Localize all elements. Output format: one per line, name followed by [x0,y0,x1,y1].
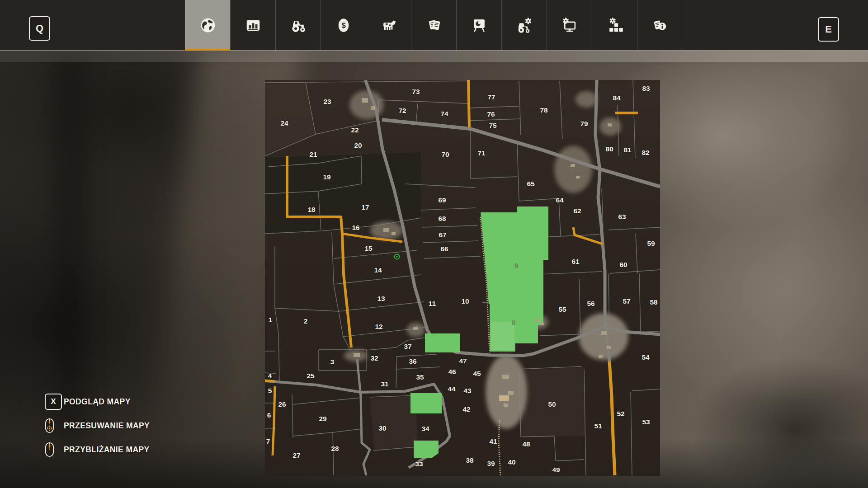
field-label-72[interactable]: 72 [398,107,406,114]
field-label-47[interactable]: 47 [459,357,467,365]
field-label-34[interactable]: 34 [421,425,429,432]
owned-field[interactable] [481,206,548,304]
field-label-81[interactable]: 81 [623,146,632,154]
field-label-3[interactable]: 3 [330,358,335,366]
field-label-23[interactable]: 23 [323,98,331,105]
field-label-25[interactable]: 25 [307,372,315,380]
field-label-69[interactable]: 69 [438,196,446,204]
field-label-29[interactable]: 29 [319,415,327,422]
field-label-44[interactable]: 44 [448,385,456,393]
field-label-59[interactable]: 59 [647,239,655,247]
field-label-55[interactable]: 55 [558,305,566,313]
field-label-76[interactable]: 76 [487,110,495,118]
field-label-20[interactable]: 20 [354,141,362,149]
field-label-19[interactable]: 19 [323,173,331,181]
field-label-60[interactable]: 60 [619,261,627,268]
tab-contracts[interactable] [411,0,456,50]
field-label-68[interactable]: 68 [438,215,446,222]
field-label-45[interactable]: 45 [473,370,481,377]
field-label-1[interactable]: 1 [269,316,273,324]
field-label-82[interactable]: 82 [642,149,649,156]
field-label-71[interactable]: 71 [477,149,486,157]
tab-statistics[interactable] [230,0,275,50]
field-label-5[interactable]: 5 [268,387,272,394]
tab-map[interactable] [185,0,230,50]
field-label-48[interactable]: 48 [522,440,530,448]
field-label-67[interactable]: 67 [439,231,446,239]
field-label-73[interactable]: 73 [412,88,420,95]
field-label-53[interactable]: 53 [642,418,650,426]
field-label-54[interactable]: 54 [642,353,650,361]
field-label-63[interactable]: 63 [618,213,626,221]
field-label-65[interactable]: 65 [527,180,535,188]
field-label-83[interactable]: 83 [642,84,650,92]
field-label-38[interactable]: 38 [466,456,474,464]
field-label-27[interactable]: 27 [292,451,300,459]
field-label-30[interactable]: 30 [378,424,386,432]
field-label-14[interactable]: 14 [374,266,382,274]
field-label-80[interactable]: 80 [605,145,613,153]
field-label-40[interactable]: 40 [508,458,515,466]
tab-garage[interactable] [547,0,592,50]
field-label-7[interactable]: 7 [266,437,270,445]
field-label-75[interactable]: 75 [489,122,497,129]
field-label-50[interactable]: 50 [548,400,556,408]
field-label-70[interactable]: 70 [441,150,449,158]
field-label-22[interactable]: 22 [351,126,359,134]
field-label-62[interactable]: 62 [573,207,581,215]
field-label-46[interactable]: 46 [448,368,456,375]
field-label-24[interactable]: 24 [280,119,288,127]
field-label-16[interactable]: 16 [352,224,360,231]
field-label-84[interactable]: 84 [613,94,621,102]
field-label-77[interactable]: 77 [487,93,495,101]
field-label-78[interactable]: 78 [540,106,548,114]
owned-field[interactable] [425,333,460,352]
field-label-28[interactable]: 28 [331,445,339,452]
tab-constructions[interactable] [592,0,637,50]
field-label-43[interactable]: 43 [463,387,472,394]
field-label-57[interactable]: 57 [623,297,630,305]
field-label-35[interactable]: 35 [416,373,424,381]
field-label-17[interactable]: 17 [361,203,369,211]
field-label-52[interactable]: 52 [617,410,624,418]
field-label-42[interactable]: 42 [462,405,470,413]
field-label-2[interactable]: 2 [304,317,308,325]
field-label-31[interactable]: 31 [381,380,389,388]
tab-vehicles[interactable] [275,0,321,50]
field-label-61[interactable]: 61 [571,258,580,265]
field-label-64[interactable]: 64 [556,196,564,204]
field-label-6[interactable]: 6 [267,411,271,419]
field-label-11[interactable]: 11 [429,300,436,307]
field-label-15[interactable]: 15 [364,244,373,252]
field-label-66[interactable]: 66 [440,245,448,253]
field-label-8[interactable]: 8 [512,319,516,326]
field-label-18[interactable]: 18 [307,206,316,213]
field-label-26[interactable]: 26 [278,400,286,408]
owned-field[interactable] [410,393,442,413]
field-label-4[interactable]: 4 [268,372,272,380]
tab-animals[interactable] [366,0,411,50]
field-label-10[interactable]: 10 [461,297,469,305]
field-label-37[interactable]: 37 [404,343,411,350]
field-label-49[interactable]: 49 [552,466,560,474]
tab-production[interactable] [456,0,501,50]
field-label-21[interactable]: 21 [309,150,317,158]
field-label-32[interactable]: 32 [370,354,378,362]
field-label-41[interactable]: 41 [489,437,497,445]
field-label-9[interactable]: 9 [514,262,519,269]
map-view[interactable]: 1234567891011121314151617181920212223242… [265,80,660,476]
field-label-74[interactable]: 74 [440,110,448,117]
tab-help[interactable] [637,0,682,50]
owned-field[interactable] [414,441,439,458]
tab-machines[interactable] [501,0,547,50]
field-label-56[interactable]: 56 [587,300,595,307]
field-label-58[interactable]: 58 [650,298,658,306]
field-label-12[interactable]: 12 [375,323,382,330]
field-label-79[interactable]: 79 [580,120,588,127]
field-label-39[interactable]: 39 [487,460,495,467]
field-label-36[interactable]: 36 [409,357,417,365]
field-label-33[interactable]: 33 [415,460,423,468]
field-label-13[interactable]: 13 [377,295,385,302]
field-label-51[interactable]: 51 [594,422,602,430]
tab-finances[interactable]: $ [321,0,366,50]
